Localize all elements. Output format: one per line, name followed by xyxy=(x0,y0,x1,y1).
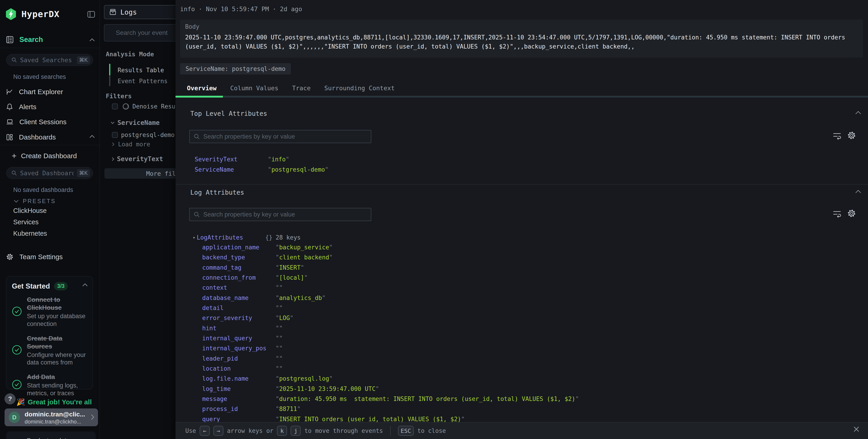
attribute-value[interactable]: info xyxy=(268,156,289,163)
attribute-value[interactable]: 88711 xyxy=(276,406,301,412)
attribute-key[interactable]: application_name xyxy=(202,244,276,251)
attribute-key[interactable]: command_tag xyxy=(202,264,276,271)
attribute-key[interactable]: process_id xyxy=(202,406,276,412)
create-dashboard-button[interactable]: Create Dashboard xyxy=(11,151,77,161)
tab-surrounding-context[interactable]: Surrounding Context xyxy=(317,80,402,96)
preset-dashboard-link[interactable]: ClickHouse xyxy=(13,207,47,215)
source-select[interactable]: Logs xyxy=(104,5,176,19)
sidebar-item-team-settings[interactable]: Team Settings xyxy=(6,252,63,262)
servicename-group-header[interactable]: ServiceName xyxy=(111,119,160,126)
saved-searches-placeholder: Saved Searches xyxy=(20,57,73,64)
get-started-step[interactable]: Add Data Start sending logs, metrics, or… xyxy=(12,373,89,397)
attribute-key[interactable]: leader_pid xyxy=(202,355,276,362)
wrap-lines-icon[interactable] xyxy=(832,132,842,140)
presets-toggle[interactable]: PRESETS xyxy=(14,198,56,205)
mode-event-patterns[interactable]: Event Patterns xyxy=(118,78,167,85)
attribute-value[interactable] xyxy=(276,345,283,352)
attribute-value[interactable]: backup_service xyxy=(276,244,333,251)
attribute-value[interactable]: LOG xyxy=(276,315,293,321)
attribute-key[interactable]: SeverityText xyxy=(195,156,268,163)
attribute-value[interactable] xyxy=(276,284,283,291)
get-started-step[interactable]: Connect to ClickHouse Set up your databa… xyxy=(12,295,89,328)
top-level-search-input[interactable] xyxy=(203,133,367,140)
get-started-step[interactable]: Create Data Sources Configure where your… xyxy=(12,334,89,367)
wrap-lines-icon[interactable] xyxy=(832,210,842,218)
saved-searches-input[interactable]: Saved Searches ⌘K xyxy=(6,54,93,66)
attribute-key[interactable]: error_severity xyxy=(202,315,276,321)
analysis-mode-label: Analysis Mode xyxy=(106,51,154,58)
load-more-button[interactable]: Load more xyxy=(112,141,150,148)
attribute-key[interactable]: location xyxy=(202,365,276,372)
servicename-tag[interactable]: ServiceName: postgresql-demo xyxy=(180,63,291,74)
attribute-key[interactable]: message xyxy=(202,396,276,402)
brand-logo[interactable]: HyperDX xyxy=(5,8,60,21)
attribute-value[interactable] xyxy=(276,365,283,372)
attribute-value[interactable]: analytics_db xyxy=(276,294,326,301)
attribute-key[interactable]: log_time xyxy=(202,385,276,392)
attribute-value[interactable]: postgresql-demo xyxy=(268,166,329,173)
mode-results-table[interactable]: Results Table xyxy=(118,67,164,74)
attribute-value[interactable]: INSERT xyxy=(276,264,304,271)
attribute-value[interactable] xyxy=(276,355,283,362)
product-updates-card[interactable]: Product updates xyxy=(6,432,96,439)
active-tab-indicator xyxy=(176,96,223,98)
event-search-input[interactable] xyxy=(104,25,176,41)
close-icon[interactable] xyxy=(853,426,860,434)
attribute-key[interactable]: detail xyxy=(202,305,276,311)
sidebar-item-search[interactable]: Search xyxy=(6,36,43,44)
get-started-collapse-chevron-icon[interactable] xyxy=(82,283,88,286)
attribute-value[interactable] xyxy=(276,325,283,332)
attribute-value[interactable]: [local] xyxy=(276,274,308,281)
attribute-key[interactable]: backend_type xyxy=(202,254,276,261)
attribute-value[interactable] xyxy=(276,305,283,311)
keys-count-label: 28 keys xyxy=(276,234,301,241)
severitytext-group-header[interactable]: SeverityText xyxy=(112,155,163,163)
sidebar-item-dashboards[interactable]: Dashboards xyxy=(6,132,56,142)
attribute-key[interactable]: context xyxy=(202,284,276,291)
attribute-key[interactable]: query xyxy=(202,416,276,422)
logattributes-root-row[interactable]: ▾ LogAttributes {} 28 keys xyxy=(193,233,301,242)
tab-trace[interactable]: Trace xyxy=(285,80,317,96)
attribute-key[interactable]: ServiceName xyxy=(195,166,268,173)
more-filters-button[interactable]: More filters xyxy=(104,168,176,179)
sidebar-item-alerts[interactable]: Alerts xyxy=(6,102,36,112)
attribute-value[interactable]: INSERT INTO orders (user_id, total) VALU… xyxy=(276,416,465,422)
tab-column-values[interactable]: Column Values xyxy=(223,80,285,96)
attribute-value[interactable]: 2025-11-10 23:59:47.000 UTC xyxy=(276,385,379,392)
arrow-left-key: ← xyxy=(200,426,210,436)
divider xyxy=(390,426,391,436)
sidebar-toggle-button[interactable] xyxy=(87,11,95,18)
user-profile-card[interactable]: D dominic.tran@clic... dominic.tran@clic… xyxy=(5,408,98,426)
search-section-label: Search xyxy=(20,36,43,44)
sidebar-item-chart-explorer[interactable]: Chart Explorer xyxy=(6,87,63,97)
gear-icon[interactable] xyxy=(847,131,856,140)
sidebar-item-client-sessions[interactable]: Client Sessions xyxy=(6,117,67,127)
attribute-key[interactable]: database_name xyxy=(202,294,276,301)
attribute-value[interactable]: duration: 45.950 ms statement: INSERT IN… xyxy=(276,396,579,402)
attribute-value[interactable]: postgresql.log xyxy=(276,375,333,382)
help-button[interactable]: ? xyxy=(5,394,16,404)
attribute-key[interactable]: internal_query_pos xyxy=(202,345,276,352)
preset-dashboard-link[interactable]: Kubernetes xyxy=(13,230,47,237)
search-collapse-chevron-icon[interactable] xyxy=(89,38,95,41)
attribute-row: process_id 88711 xyxy=(202,404,868,414)
attribute-key[interactable]: internal_query xyxy=(202,335,276,342)
attribute-value[interactable]: client backend xyxy=(276,254,333,261)
attribute-row: SeverityText info xyxy=(195,154,868,164)
preset-dashboard-link[interactable]: Services xyxy=(13,218,47,226)
log-attributes-search-input[interactable] xyxy=(203,211,367,218)
chevron-right-icon xyxy=(112,157,114,161)
attribute-key[interactable]: hint xyxy=(202,325,276,332)
section-collapse-chevron-icon[interactable] xyxy=(855,111,861,115)
attribute-value[interactable] xyxy=(276,335,283,342)
gear-icon[interactable] xyxy=(847,209,856,218)
attribute-key[interactable]: log.file.name xyxy=(202,375,276,382)
saved-dashboards-input[interactable]: Saved Dashboards ⌘K xyxy=(6,167,93,179)
dashboards-collapse-chevron-icon[interactable] xyxy=(89,135,95,138)
denoise-checkbox[interactable] xyxy=(112,103,118,109)
logattributes-root-key[interactable]: LogAttributes xyxy=(197,234,265,241)
tab-overview[interactable]: Overview xyxy=(180,80,223,96)
postgresql-demo-checkbox[interactable] xyxy=(112,132,118,138)
attribute-key[interactable]: connection_from xyxy=(202,274,276,281)
section-collapse-chevron-icon[interactable] xyxy=(855,190,861,193)
